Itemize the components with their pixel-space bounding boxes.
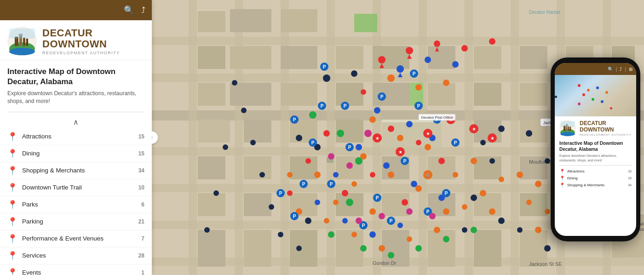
category-label: Events — [22, 269, 141, 275]
category-item[interactable]: 📍 Parking 21 — [0, 213, 152, 230]
category-pin-icon: 📍 — [7, 200, 17, 210]
svg-rect-16 — [152, 110, 644, 120]
category-pin-icon: 📍 — [7, 132, 17, 142]
svg-rect-40 — [428, 46, 455, 69]
category-count: 7 — [141, 235, 144, 242]
svg-rect-63 — [566, 120, 593, 143]
category-count: 21 — [138, 218, 144, 225]
svg-rect-78 — [382, 193, 409, 216]
svg-rect-55 — [198, 120, 230, 143]
category-count: 15 — [138, 150, 144, 157]
svg-rect-44 — [612, 46, 635, 69]
svg-rect-90 — [612, 212, 644, 258]
svg-rect-80 — [474, 193, 501, 216]
logo-subtitle: Redevelopment Authority — [42, 51, 120, 55]
svg-rect-94 — [327, 157, 334, 163]
logo-text: Decatur Downtown Redevelopment Authority — [42, 28, 120, 55]
sidebar-description: Explore downtown Decatur's attractions, … — [7, 90, 144, 105]
svg-rect-49 — [373, 83, 409, 106]
sidebar-header: 🔍 ⤴ — [0, 0, 152, 20]
svg-text:Moulton St E: Moulton St E — [529, 159, 558, 165]
svg-rect-84 — [290, 230, 317, 267]
svg-rect-34 — [281, 9, 317, 32]
svg-text:Jackson St SE: Jackson St SE — [529, 261, 562, 267]
category-count: 1 — [141, 269, 144, 275]
category-item[interactable]: 📍 Shopping & Merchants 34 — [0, 162, 152, 179]
svg-rect-43 — [566, 46, 593, 69]
svg-rect-29 — [557, 0, 565, 275]
svg-rect-30 — [603, 0, 611, 275]
svg-rect-65 — [198, 156, 225, 179]
category-label: Dining — [22, 150, 138, 157]
logo-title-line1: Decatur — [42, 28, 120, 39]
category-count: 6 — [141, 201, 144, 208]
svg-rect-25 — [373, 0, 381, 275]
category-label: Parking — [22, 218, 138, 225]
category-label: Parks — [22, 201, 141, 208]
collapse-toggle[interactable]: ∧ — [0, 116, 152, 128]
category-label: Services — [22, 252, 138, 259]
svg-rect-23 — [281, 0, 289, 275]
svg-rect-27 — [465, 0, 473, 275]
svg-rect-48 — [336, 83, 363, 106]
svg-rect-76 — [290, 193, 317, 216]
svg-rect-67 — [290, 156, 317, 179]
svg-rect-47 — [281, 83, 317, 106]
svg-rect-52 — [520, 83, 547, 106]
category-label: Attractions — [22, 133, 138, 140]
share-icon[interactable]: ⤴ — [141, 6, 145, 15]
map-area[interactable]: ‹ — [152, 0, 644, 275]
svg-rect-79 — [428, 193, 455, 216]
svg-rect-73 — [566, 156, 635, 212]
svg-rect-87 — [428, 230, 455, 267]
svg-rect-5 — [23, 38, 25, 46]
svg-rect-70 — [428, 156, 455, 179]
svg-rect-71 — [474, 156, 501, 179]
svg-rect-28 — [511, 0, 519, 275]
logo-title-line2: Downtown — [42, 39, 120, 50]
sidebar-divider — [7, 112, 144, 112]
collapse-icon: ∧ — [73, 118, 79, 126]
category-item[interactable]: 📍 Events 1 — [0, 264, 152, 275]
svg-rect-21 — [189, 0, 197, 275]
category-label: Performance & Event Venues — [22, 235, 141, 242]
svg-rect-51 — [474, 83, 501, 106]
svg-rect-31 — [198, 9, 225, 32]
category-list: 📍 Attractions 15 📍 Dining 15 📍 Shopping … — [0, 128, 152, 275]
category-item[interactable]: 📍 Downtown Turtle Trail 10 — [0, 179, 152, 196]
svg-rect-61 — [474, 120, 501, 143]
category-item[interactable]: 📍 Dining 15 — [0, 145, 152, 162]
svg-rect-37 — [281, 46, 317, 69]
chevron-left-icon: ‹ — [152, 134, 153, 141]
category-label: Downtown Turtle Trail — [22, 184, 138, 191]
svg-rect-92 — [409, 83, 423, 106]
svg-rect-39 — [373, 46, 409, 69]
svg-rect-35 — [198, 46, 225, 69]
svg-rect-45 — [198, 83, 225, 106]
svg-rect-83 — [244, 230, 271, 267]
svg-rect-64 — [612, 120, 635, 143]
svg-text:Gordon Dr: Gordon Dr — [373, 260, 397, 266]
svg-rect-74 — [198, 193, 225, 216]
category-label: Shopping & Merchants — [22, 167, 138, 174]
svg-rect-41 — [474, 46, 501, 69]
category-item[interactable]: 📍 Parks 6 — [0, 196, 152, 213]
svg-text:Central United: Central United — [630, 222, 644, 226]
svg-rect-38 — [336, 46, 363, 69]
svg-rect-68 — [336, 156, 363, 179]
search-icon[interactable]: 🔍 — [124, 5, 134, 15]
map-background: Gordon Dr Jackson St SE Moulton St E Cen… — [152, 0, 644, 275]
logo-image — [7, 27, 37, 56]
svg-rect-81 — [520, 193, 547, 216]
category-count: 15 — [138, 133, 144, 140]
svg-rect-91 — [612, 212, 644, 214]
category-item[interactable]: 📍 Attractions 15 — [0, 128, 152, 145]
category-item[interactable]: 📍 Performance & Event Venues 7 — [0, 230, 152, 247]
svg-rect-50 — [428, 83, 455, 106]
sidebar: 🔍 ⤴ Decatu — [0, 0, 152, 275]
logo-area: Decatur Downtown Redevelopment Authority — [0, 20, 152, 60]
svg-rect-82 — [198, 230, 225, 267]
category-item[interactable]: 📍 Services 28 — [0, 247, 152, 264]
category-pin-icon: 📍 — [7, 251, 17, 261]
svg-rect-53 — [566, 83, 593, 106]
